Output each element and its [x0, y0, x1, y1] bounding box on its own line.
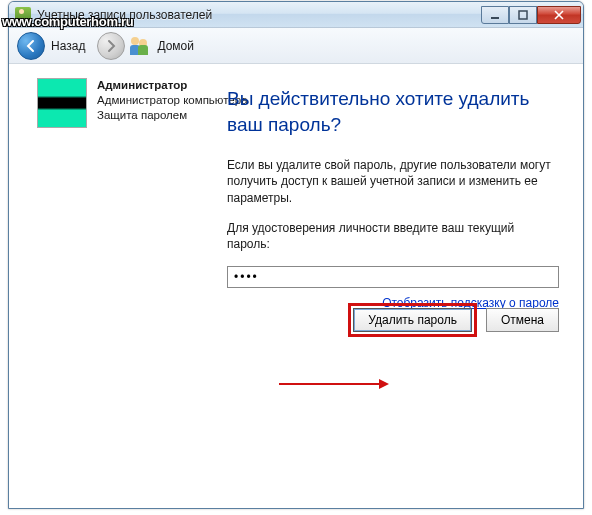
user-role: Администратор компьютера: [97, 93, 248, 108]
page-heading: Вы действительно хотите удалить ваш паро…: [227, 86, 559, 137]
content-area: Администратор Администратор компьютера З…: [9, 64, 583, 508]
cancel-button[interactable]: Отмена: [486, 308, 559, 332]
user-name: Администратор: [97, 78, 248, 93]
main-area: Вы действительно хотите удалить ваш паро…: [227, 86, 559, 310]
users-icon: [129, 35, 151, 57]
user-protection: Защита паролем: [97, 108, 248, 123]
navbar: Назад Домой: [9, 28, 583, 64]
maximize-icon: [518, 10, 528, 20]
prompt-text: Для удостоверения личности введите ваш т…: [227, 220, 559, 252]
user-meta: Администратор Администратор компьютера З…: [97, 78, 248, 128]
arrow-icon: [279, 376, 389, 392]
user-block: Администратор Администратор компьютера З…: [37, 78, 248, 128]
forward-arrow-icon: [104, 39, 118, 53]
home-label[interactable]: Домой: [157, 39, 194, 53]
svg-marker-3: [379, 379, 389, 389]
minimize-button[interactable]: [481, 6, 509, 24]
delete-password-button[interactable]: Удалить пароль: [353, 308, 472, 332]
forward-button[interactable]: [97, 32, 125, 60]
close-icon: [554, 10, 564, 20]
svg-rect-0: [491, 17, 499, 19]
watermark-text: www.computerhom.ru: [2, 14, 133, 29]
back-arrow-icon: [24, 39, 38, 53]
annotation-arrow: [279, 376, 389, 396]
maximize-button[interactable]: [509, 6, 537, 24]
action-row: Удалить пароль Отмена: [353, 308, 559, 332]
password-input[interactable]: [227, 266, 559, 288]
svg-rect-1: [519, 11, 527, 19]
minimize-icon: [490, 10, 500, 20]
warning-text: Если вы удалите свой пароль, другие поль…: [227, 157, 559, 206]
avatar: [37, 78, 87, 128]
window-controls: [481, 6, 581, 24]
close-button[interactable]: [537, 6, 581, 24]
back-button[interactable]: [17, 32, 45, 60]
window: Учетные записи пользователей Назад Домой: [8, 1, 584, 509]
back-label: Назад: [51, 39, 85, 53]
